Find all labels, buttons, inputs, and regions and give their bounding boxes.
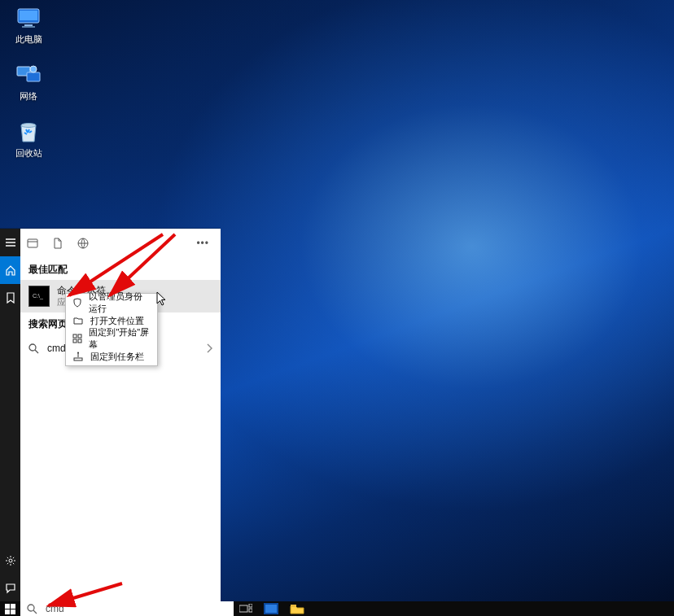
svg-rect-20: [74, 358, 82, 360]
svg-rect-18: [73, 339, 77, 343]
svg-point-21: [77, 352, 79, 354]
filter-documents-icon[interactable]: [53, 238, 63, 249]
folder-icon: [72, 315, 84, 326]
context-menu: 以管理员身份运行 打开文件位置 固定到"开始"屏幕 固定到任务栏: [65, 293, 158, 366]
svg-rect-27: [5, 609, 10, 614]
svg-rect-1: [20, 11, 37, 20]
pin-start-icon: [72, 333, 82, 344]
search-sidebar: [0, 229, 20, 602]
svg-text:C:\_: C:\_: [33, 293, 43, 299]
svg-rect-36: [291, 605, 296, 607]
desktop-icon-network[interactable]: 网络: [0, 62, 57, 103]
sidebar-home-button[interactable]: [0, 256, 20, 284]
ctx-pin-to-start[interactable]: 固定到"开始"屏幕: [66, 330, 157, 347]
desktop-icon-label: 网络: [20, 91, 37, 101]
search-results-main: ••• 最佳匹配 C:\_ 命令提示符 应用 搜索网页 cmd: [20, 229, 221, 602]
svg-point-29: [28, 605, 34, 611]
desktop-icon-this-pc[interactable]: 此电脑: [0, 5, 57, 46]
svg-point-6: [30, 66, 37, 72]
search-icon: [27, 604, 37, 614]
taskbar-search-input[interactable]: [44, 602, 227, 615]
svg-rect-2: [24, 24, 33, 26]
ctx-run-as-admin[interactable]: 以管理员身份运行: [66, 294, 157, 312]
ctx-pin-to-taskbar[interactable]: 固定到任务栏: [66, 347, 157, 365]
pc-icon: [15, 5, 42, 31]
svg-rect-3: [22, 26, 35, 28]
ctx-label: 以管理员身份运行: [89, 291, 151, 315]
svg-rect-35: [265, 605, 277, 613]
svg-rect-33: [249, 609, 252, 612]
svg-line-30: [33, 610, 37, 614]
svg-rect-16: [73, 334, 77, 338]
svg-rect-26: [11, 604, 15, 609]
desktop[interactable]: 此电脑 网络 回收站: [0, 0, 674, 616]
taskbar-pinned-explorer[interactable]: [284, 601, 310, 616]
svg-point-7: [21, 124, 36, 128]
filter-apps-icon[interactable]: [27, 238, 38, 249]
svg-rect-31: [239, 605, 247, 612]
svg-rect-17: [78, 334, 81, 338]
filter-more-button[interactable]: •••: [196, 238, 214, 249]
best-match-header: 最佳匹配: [20, 258, 221, 280]
taskbar-search-box[interactable]: [20, 601, 234, 616]
search-panel: ••• 最佳匹配 C:\_ 命令提示符 应用 搜索网页 cmd: [0, 228, 221, 602]
svg-point-14: [29, 344, 36, 351]
taskbar: [0, 601, 674, 616]
svg-rect-9: [28, 239, 37, 247]
filter-web-icon[interactable]: [77, 238, 89, 249]
task-view-button[interactable]: [234, 601, 258, 616]
network-icon: [15, 62, 42, 88]
sidebar-feedback-button[interactable]: [0, 574, 20, 602]
sidebar-menu-button[interactable]: [0, 229, 20, 256]
ctx-label: 打开文件位置: [90, 315, 144, 327]
recycle-bin-icon: [15, 119, 42, 145]
taskbar-pinned-app-1[interactable]: [258, 601, 284, 616]
start-button[interactable]: [0, 601, 20, 616]
svg-rect-5: [27, 72, 40, 81]
cmd-icon: C:\_: [28, 286, 50, 307]
desktop-icon-recycle-bin[interactable]: 回收站: [0, 119, 57, 159]
search-filters: •••: [20, 229, 221, 258]
ctx-label: 固定到"开始"屏幕: [89, 326, 151, 351]
svg-rect-28: [11, 609, 15, 614]
desktop-icon-label: 回收站: [15, 148, 42, 158]
svg-rect-25: [5, 604, 10, 609]
desktop-icon-label: 此电脑: [15, 34, 42, 44]
shield-icon: [72, 297, 82, 308]
ctx-label: 固定到任务栏: [90, 351, 144, 363]
chevron-right-icon: [206, 343, 212, 353]
svg-line-15: [35, 350, 38, 353]
svg-point-8: [9, 559, 12, 562]
svg-rect-19: [78, 339, 81, 343]
search-icon: [28, 343, 39, 354]
sidebar-bookmark-button[interactable]: [0, 284, 20, 312]
svg-rect-32: [249, 604, 252, 607]
pin-taskbar-icon: [72, 351, 84, 362]
sidebar-settings-button[interactable]: [0, 547, 20, 574]
